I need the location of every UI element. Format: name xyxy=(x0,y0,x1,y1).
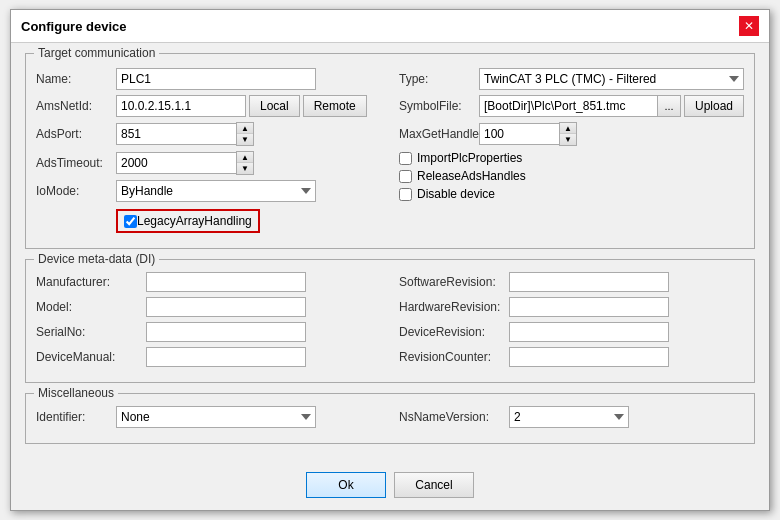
legacy-label: LegacyArrayHandling xyxy=(137,214,252,228)
identifier-label: Identifier: xyxy=(36,410,116,424)
iomode-select[interactable]: ByHandle xyxy=(116,180,316,202)
adsport-spinner-btns: ▲ ▼ xyxy=(236,122,254,146)
configure-device-dialog: Configure device ✕ Target communication … xyxy=(10,9,770,511)
identifier-row: Identifier: None xyxy=(36,406,381,428)
symbolfile-container: ... Upload xyxy=(479,95,744,117)
maxgethandle-label: MaxGetHandle: xyxy=(399,127,479,141)
adsport-row: AdsPort: ▲ ▼ xyxy=(36,122,381,146)
name-row: Name: xyxy=(36,68,381,90)
revisioncounter-label: RevisionCounter: xyxy=(399,350,509,364)
disable-row: Disable device xyxy=(399,187,744,201)
legacy-checkbox-container: LegacyArrayHandling xyxy=(116,209,260,233)
nsname-label: NsNameVersion: xyxy=(399,410,509,424)
adstimeout-spinner: ▲ ▼ xyxy=(116,151,254,175)
dialog-footer: Ok Cancel xyxy=(11,464,769,510)
manufacturer-label: Manufacturer: xyxy=(36,275,146,289)
identifier-select[interactable]: None xyxy=(116,406,316,428)
type-select[interactable]: TwinCAT 3 PLC (TMC) - Filtered xyxy=(479,68,744,90)
legacy-checkbox[interactable] xyxy=(124,215,137,228)
title-bar: Configure device ✕ xyxy=(11,10,769,43)
devicemanual-row: DeviceManual: xyxy=(36,347,381,367)
devicemanual-input[interactable] xyxy=(146,347,306,367)
devicerev-row: DeviceRevision: xyxy=(399,322,744,342)
adsport-up-btn[interactable]: ▲ xyxy=(237,123,253,134)
model-row: Model: xyxy=(36,297,381,317)
amsnetid-row: AmsNetId: Local Remote xyxy=(36,95,381,117)
miscellaneous-section: Miscellaneous Identifier: None NsNameVer… xyxy=(25,393,755,444)
releaseads-label: ReleaseAdsHandles xyxy=(417,169,526,183)
ok-button[interactable]: Ok xyxy=(306,472,386,498)
model-label: Model: xyxy=(36,300,146,314)
close-button[interactable]: ✕ xyxy=(739,16,759,36)
adstimeout-input[interactable] xyxy=(116,152,236,174)
amsnetid-label: AmsNetId: xyxy=(36,99,116,113)
hardwarerev-row: HardwareRevision: xyxy=(399,297,744,317)
type-row: Type: TwinCAT 3 PLC (TMC) - Filtered xyxy=(399,68,744,90)
importplc-checkbox[interactable] xyxy=(399,152,412,165)
serialno-label: SerialNo: xyxy=(36,325,146,339)
symbolfile-input[interactable] xyxy=(479,95,657,117)
devicerev-input[interactable] xyxy=(509,322,669,342)
maxgethandle-spinner-btns: ▲ ▼ xyxy=(559,122,577,146)
importplc-row: ImportPlcProperties xyxy=(399,151,744,165)
target-communication-section: Target communication Name: AmsNetId: Loc… xyxy=(25,53,755,249)
nsname-select[interactable]: 2 xyxy=(509,406,629,428)
iomode-label: IoMode: xyxy=(36,184,116,198)
revisioncounter-input[interactable] xyxy=(509,347,669,367)
adstimeout-down-btn[interactable]: ▼ xyxy=(237,163,253,174)
serialno-input[interactable] xyxy=(146,322,306,342)
releaseads-checkbox[interactable] xyxy=(399,170,412,183)
adsport-down-btn[interactable]: ▼ xyxy=(237,134,253,145)
hardwarerev-input[interactable] xyxy=(509,297,669,317)
serialno-row: SerialNo: xyxy=(36,322,381,342)
remote-button[interactable]: Remote xyxy=(303,95,367,117)
iomode-row: IoMode: ByHandle xyxy=(36,180,381,202)
maxgethandle-input[interactable] xyxy=(479,123,559,145)
amsnetid-input[interactable] xyxy=(116,95,246,117)
maxgethandle-row: MaxGetHandle: ▲ ▼ xyxy=(399,122,744,146)
device-meta-label: Device meta-data (DI) xyxy=(34,252,159,266)
adsport-spinner: ▲ ▼ xyxy=(116,122,254,146)
adsport-input[interactable] xyxy=(116,123,236,145)
releaseads-row: ReleaseAdsHandles xyxy=(399,169,744,183)
adsport-label: AdsPort: xyxy=(36,127,116,141)
maxgethandle-spinner: ▲ ▼ xyxy=(479,122,577,146)
softwarerev-label: SoftwareRevision: xyxy=(399,275,509,289)
symbolfile-row: SymbolFile: ... Upload xyxy=(399,95,744,117)
symbolfile-label: SymbolFile: xyxy=(399,99,479,113)
manufacturer-row: Manufacturer: xyxy=(36,272,381,292)
adstimeout-up-btn[interactable]: ▲ xyxy=(237,152,253,163)
disable-checkbox[interactable] xyxy=(399,188,412,201)
miscellaneous-label: Miscellaneous xyxy=(34,386,118,400)
name-label: Name: xyxy=(36,72,116,86)
adstimeout-label: AdsTimeout: xyxy=(36,156,116,170)
devicemanual-label: DeviceManual: xyxy=(36,350,146,364)
revisioncounter-row: RevisionCounter: xyxy=(399,347,744,367)
dialog-title: Configure device xyxy=(21,19,126,34)
symbolfile-dots-button[interactable]: ... xyxy=(657,95,681,117)
manufacturer-input[interactable] xyxy=(146,272,306,292)
softwarerev-row: SoftwareRevision: xyxy=(399,272,744,292)
hardwarerev-label: HardwareRevision: xyxy=(399,300,509,314)
devicerev-label: DeviceRevision: xyxy=(399,325,509,339)
target-comm-label: Target communication xyxy=(34,46,159,60)
adstimeout-row: AdsTimeout: ▲ ▼ xyxy=(36,151,381,175)
legacy-row: LegacyArrayHandling xyxy=(116,207,381,233)
maxgethandle-down-btn[interactable]: ▼ xyxy=(560,134,576,145)
nsname-row: NsNameVersion: 2 xyxy=(399,406,744,428)
name-input[interactable] xyxy=(116,68,316,90)
device-meta-section: Device meta-data (DI) Manufacturer: Mode… xyxy=(25,259,755,383)
type-label: Type: xyxy=(399,72,479,86)
importplc-label: ImportPlcProperties xyxy=(417,151,522,165)
model-input[interactable] xyxy=(146,297,306,317)
upload-button[interactable]: Upload xyxy=(684,95,744,117)
maxgethandle-up-btn[interactable]: ▲ xyxy=(560,123,576,134)
softwarerev-input[interactable] xyxy=(509,272,669,292)
local-button[interactable]: Local xyxy=(249,95,300,117)
disable-label: Disable device xyxy=(417,187,495,201)
cancel-button[interactable]: Cancel xyxy=(394,472,474,498)
adstimeout-spinner-btns: ▲ ▼ xyxy=(236,151,254,175)
